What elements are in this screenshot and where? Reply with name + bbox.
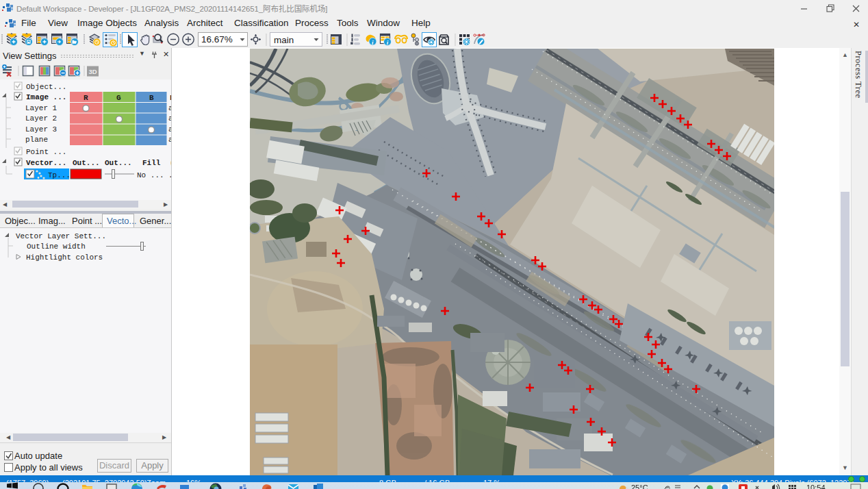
svg-text:Layer 3: Layer 3 <box>25 125 57 134</box>
svg-text:3D: 3D <box>89 68 97 75</box>
svg-text:Layer 2: Layer 2 <box>25 114 57 123</box>
svg-text:a: a <box>168 136 171 144</box>
svg-text:Point ...: Point ... <box>26 148 66 156</box>
svg-text:Out...: Out... <box>73 159 100 167</box>
svg-text:16.67%: 16.67% <box>201 34 233 45</box>
svg-text:Fill: Fill <box>142 159 161 167</box>
svg-text:Object...: Object... <box>26 83 66 91</box>
svg-text:Tp...: Tp... <box>48 171 71 179</box>
svg-text:a: a <box>168 125 171 134</box>
svg-text:Layer 1: Layer 1 <box>25 104 58 112</box>
svg-text:Vector Layer Sett...: Vector Layer Sett... <box>16 232 106 240</box>
svg-text:(: ( <box>170 159 171 167</box>
svg-text:plane: plane <box>25 136 48 144</box>
svg-text:B: B <box>149 94 154 102</box>
svg-text:a: a <box>168 104 171 112</box>
svg-text:25°C: 25°C <box>631 484 648 489</box>
svg-text:Out...: Out... <box>105 159 132 167</box>
svg-text:G: G <box>116 94 121 102</box>
svg-text:Hightlight colors: Hightlight colors <box>26 253 103 262</box>
svg-text:R: R <box>84 94 88 102</box>
svg-text:No ...: No ... <box>137 171 164 179</box>
svg-text:Vector...: Vector... <box>26 159 66 167</box>
svg-text:a: a <box>168 114 171 123</box>
svg-text:.: . <box>168 171 171 179</box>
svg-text:10:54: 10:54 <box>806 484 826 489</box>
svg-text:Outline width: Outline width <box>27 242 86 251</box>
svg-text:Image ...: Image ... <box>26 93 66 101</box>
svg-text:main: main <box>274 35 294 45</box>
